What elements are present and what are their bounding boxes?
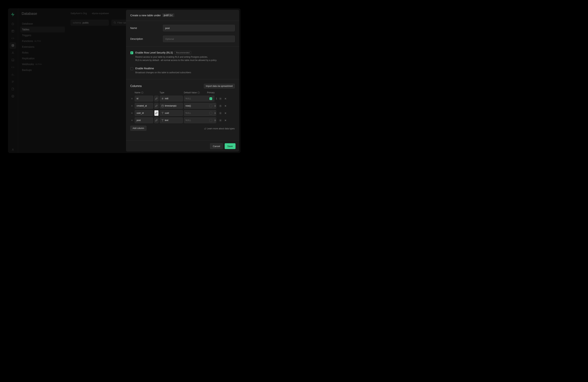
column-type-select[interactable]: int8 — [160, 96, 183, 101]
drawer-footer: Cancel Save — [126, 141, 239, 152]
learn-more-link[interactable]: Learn more about data types — [204, 127, 235, 130]
svg-point-10 — [220, 113, 221, 114]
table-description-input[interactable] — [163, 36, 235, 42]
import-spreadsheet-button[interactable]: Import data via spreadsheet — [204, 84, 235, 88]
column-remove-icon[interactable] — [223, 118, 228, 122]
column-name-input[interactable] — [135, 96, 153, 101]
help-icon[interactable]: ? — [141, 92, 143, 94]
column-extra-count: 1 — [216, 97, 217, 100]
column-settings-icon[interactable] — [218, 118, 223, 122]
recommended-badge: Recommended — [174, 51, 191, 54]
foreign-key-button[interactable] — [154, 96, 159, 101]
column-remove-icon[interactable] — [223, 96, 228, 101]
create-table-drawer: Create a new table under public Name Des… — [126, 10, 239, 152]
realtime-option: Enable Realtime Broadcast changes on thi… — [130, 67, 235, 74]
primary-key-checkbox[interactable] — [210, 112, 212, 115]
drag-handle-icon[interactable]: ≡ — [130, 119, 134, 122]
drag-handle-icon[interactable]: ≡ — [130, 112, 134, 115]
drag-handle-icon[interactable]: ≡ — [130, 97, 134, 100]
realtime-checkbox[interactable] — [130, 67, 133, 70]
app-window: Database Database Tables Triggers Functi… — [8, 8, 241, 153]
save-button[interactable]: Save — [225, 143, 235, 149]
realtime-desc: Broadcast changes on this table to autho… — [135, 71, 235, 74]
column-headers: Name? Type Default Value? Primary — [130, 91, 235, 96]
column-remove-icon[interactable] — [223, 111, 228, 115]
cancel-button[interactable]: Cancel — [210, 143, 223, 149]
help-icon[interactable]: ? — [197, 92, 200, 94]
rls-desc-2: RLS is secure by default - all normal ac… — [135, 58, 235, 62]
rls-desc-1: Restrict access to your table by enablin… — [135, 55, 235, 58]
primary-key-checkbox[interactable] — [210, 97, 212, 100]
column-name-input[interactable] — [135, 110, 153, 116]
divider — [126, 46, 239, 47]
column-type-select[interactable]: text — [160, 117, 183, 123]
column-settings-icon[interactable] — [218, 111, 223, 115]
column-row: ≡ text ☰ — [130, 117, 235, 123]
external-link-icon — [204, 128, 206, 130]
rls-checkbox[interactable] — [130, 51, 133, 54]
description-label: Description — [130, 38, 163, 40]
primary-key-checkbox[interactable] — [210, 119, 212, 122]
realtime-title: Enable Realtime — [135, 67, 154, 70]
foreign-key-button[interactable] — [154, 117, 159, 123]
column-name-input[interactable] — [135, 117, 153, 123]
drag-handle-icon[interactable]: ≡ — [130, 104, 134, 107]
columns-title: Columns — [130, 84, 142, 88]
name-label: Name — [130, 27, 163, 29]
svg-point-7 — [220, 98, 221, 99]
schema-tag: public — [162, 13, 174, 17]
column-type-select[interactable]: uuid — [160, 110, 183, 116]
column-row: ≡ int8 1 — [130, 96, 235, 101]
column-settings-icon[interactable] — [218, 104, 223, 108]
svg-point-11 — [220, 120, 221, 121]
column-row: ≡ timestamptz ☰ — [130, 103, 235, 109]
primary-key-checkbox[interactable] — [210, 105, 212, 107]
column-type-select[interactable]: timestamptz — [160, 103, 183, 109]
column-settings-icon[interactable] — [218, 96, 223, 101]
column-row: ≡ uuid ☰ — [130, 110, 235, 116]
rls-option: Enable Row Level Security (RLS) Recommen… — [130, 51, 235, 62]
rls-title: Enable Row Level Security (RLS) — [135, 51, 173, 54]
add-column-button[interactable]: Add column — [130, 126, 147, 131]
table-name-input[interactable] — [163, 25, 235, 31]
svg-rect-8 — [162, 105, 164, 107]
column-name-input[interactable] — [135, 103, 153, 109]
foreign-key-button[interactable] — [154, 110, 159, 116]
divider — [126, 79, 239, 79]
drawer-body: Name Description Enable Row Level Securi… — [126, 21, 239, 141]
foreign-key-button[interactable] — [154, 103, 159, 109]
drawer-header: Create a new table under public — [126, 10, 239, 21]
svg-point-9 — [220, 105, 221, 106]
column-remove-icon[interactable] — [223, 104, 228, 108]
